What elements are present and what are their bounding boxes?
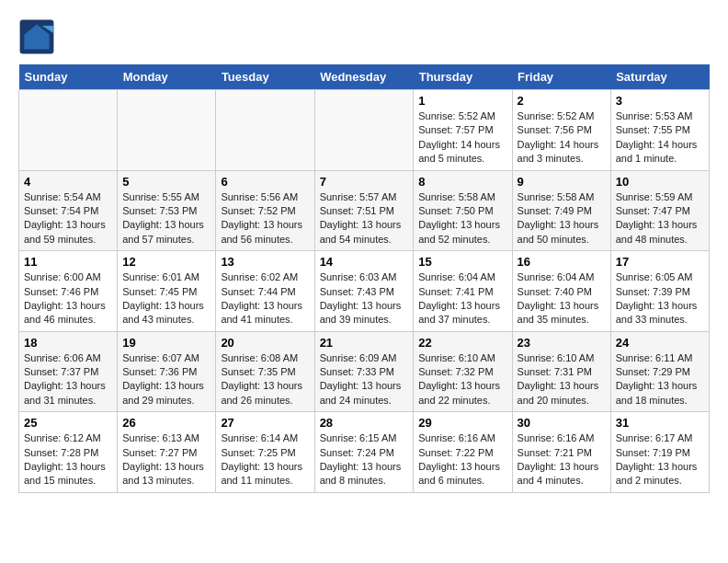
calendar-cell: 22Sunrise: 6:10 AMSunset: 7:32 PMDayligh… [414,331,512,412]
calendar-cell: 28Sunrise: 6:15 AMSunset: 7:24 PMDayligh… [314,412,414,493]
calendar-cell [19,90,118,171]
calendar-cell: 25Sunrise: 6:12 AMSunset: 7:28 PMDayligh… [19,412,118,493]
day-info: Sunrise: 5:59 AMSunset: 7:47 PMDaylight:… [616,190,704,247]
day-header-thursday: Thursday [414,64,512,90]
calendar-cell: 18Sunrise: 6:06 AMSunset: 7:37 PMDayligh… [19,331,118,412]
day-number: 10 [616,175,704,189]
day-number: 9 [518,175,606,189]
day-info: Sunrise: 6:06 AMSunset: 7:37 PMDaylight:… [24,351,112,408]
day-header-monday: Monday [118,64,216,90]
day-number: 17 [616,255,704,269]
day-header-wednesday: Wednesday [314,64,414,90]
calendar-cell: 19Sunrise: 6:07 AMSunset: 7:36 PMDayligh… [118,331,216,412]
calendar-cell: 24Sunrise: 6:11 AMSunset: 7:29 PMDayligh… [610,331,709,412]
calendar-cell [118,90,216,171]
day-info: Sunrise: 6:16 AMSunset: 7:21 PMDaylight:… [518,431,606,488]
calendar-week-row: 11Sunrise: 6:00 AMSunset: 7:46 PMDayligh… [19,251,710,332]
day-number: 27 [221,416,309,430]
day-header-saturday: Saturday [610,64,709,90]
day-header-tuesday: Tuesday [216,64,314,90]
calendar-cell: 4Sunrise: 5:54 AMSunset: 7:54 PMDaylight… [19,170,118,251]
calendar-cell: 10Sunrise: 5:59 AMSunset: 7:47 PMDayligh… [610,170,709,251]
day-number: 21 [320,336,409,350]
calendar-cell: 21Sunrise: 6:09 AMSunset: 7:33 PMDayligh… [314,331,414,412]
day-number: 3 [616,94,704,108]
calendar-cell: 16Sunrise: 6:04 AMSunset: 7:40 PMDayligh… [512,251,610,332]
day-info: Sunrise: 6:03 AMSunset: 7:43 PMDaylight:… [320,270,409,327]
day-info: Sunrise: 6:12 AMSunset: 7:28 PMDaylight:… [24,431,112,488]
calendar-cell: 23Sunrise: 6:10 AMSunset: 7:31 PMDayligh… [512,331,610,412]
day-number: 24 [616,336,704,350]
day-info: Sunrise: 5:53 AMSunset: 7:55 PMDaylight:… [616,109,704,167]
calendar-week-row: 4Sunrise: 5:54 AMSunset: 7:54 PMDaylight… [19,170,710,251]
day-info: Sunrise: 5:58 AMSunset: 7:49 PMDaylight:… [518,190,606,247]
day-info: Sunrise: 6:05 AMSunset: 7:39 PMDaylight:… [616,270,704,327]
calendar-cell [216,90,314,171]
day-number: 25 [24,416,112,430]
calendar-cell: 26Sunrise: 6:13 AMSunset: 7:27 PMDayligh… [118,412,216,493]
day-number: 19 [122,336,210,350]
day-number: 15 [418,255,506,269]
calendar-week-row: 1Sunrise: 5:52 AMSunset: 7:57 PMDaylight… [19,90,710,171]
calendar-cell: 14Sunrise: 6:03 AMSunset: 7:43 PMDayligh… [314,251,414,332]
day-number: 12 [122,255,210,269]
day-number: 23 [518,336,606,350]
day-number: 20 [221,336,309,350]
day-info: Sunrise: 6:14 AMSunset: 7:25 PMDaylight:… [221,431,309,488]
day-info: Sunrise: 6:11 AMSunset: 7:29 PMDaylight:… [616,351,704,408]
calendar-cell [314,90,414,171]
calendar-cell: 30Sunrise: 6:16 AMSunset: 7:21 PMDayligh… [512,412,610,493]
day-number: 6 [221,175,309,189]
calendar-cell: 2Sunrise: 5:52 AMSunset: 7:56 PMDaylight… [512,90,610,171]
day-info: Sunrise: 6:01 AMSunset: 7:45 PMDaylight:… [122,270,210,327]
day-info: Sunrise: 6:10 AMSunset: 7:32 PMDaylight:… [418,351,506,408]
calendar-cell: 17Sunrise: 6:05 AMSunset: 7:39 PMDayligh… [610,251,709,332]
logo [18,18,59,55]
calendar-cell: 31Sunrise: 6:17 AMSunset: 7:19 PMDayligh… [610,412,709,493]
day-number: 14 [320,255,409,269]
day-info: Sunrise: 6:07 AMSunset: 7:36 PMDaylight:… [122,351,210,408]
calendar-cell: 12Sunrise: 6:01 AMSunset: 7:45 PMDayligh… [118,251,216,332]
calendar-cell: 27Sunrise: 6:14 AMSunset: 7:25 PMDayligh… [216,412,314,493]
day-info: Sunrise: 6:04 AMSunset: 7:40 PMDaylight:… [518,270,606,327]
calendar-cell: 9Sunrise: 5:58 AMSunset: 7:49 PMDaylight… [512,170,610,251]
day-number: 1 [418,94,506,108]
day-number: 31 [616,416,704,430]
calendar-cell: 20Sunrise: 6:08 AMSunset: 7:35 PMDayligh… [216,331,314,412]
day-number: 30 [518,416,606,430]
calendar-header-row: SundayMondayTuesdayWednesdayThursdayFrid… [19,64,710,90]
day-info: Sunrise: 5:56 AMSunset: 7:52 PMDaylight:… [221,190,309,247]
day-number: 22 [418,336,506,350]
calendar-cell: 7Sunrise: 5:57 AMSunset: 7:51 PMDaylight… [314,170,414,251]
calendar-cell: 5Sunrise: 5:55 AMSunset: 7:53 PMDaylight… [118,170,216,251]
day-info: Sunrise: 5:54 AMSunset: 7:54 PMDaylight:… [24,190,112,247]
day-info: Sunrise: 5:52 AMSunset: 7:57 PMDaylight:… [418,109,506,167]
day-info: Sunrise: 6:00 AMSunset: 7:46 PMDaylight:… [24,270,112,327]
day-header-sunday: Sunday [19,64,118,90]
day-info: Sunrise: 6:15 AMSunset: 7:24 PMDaylight:… [320,431,409,488]
day-info: Sunrise: 5:55 AMSunset: 7:53 PMDaylight:… [122,190,210,247]
day-number: 29 [418,416,506,430]
calendar-cell: 11Sunrise: 6:00 AMSunset: 7:46 PMDayligh… [19,251,118,332]
day-number: 8 [418,175,506,189]
calendar-table: SundayMondayTuesdayWednesdayThursdayFrid… [18,64,710,493]
day-info: Sunrise: 6:13 AMSunset: 7:27 PMDaylight:… [122,431,210,488]
day-info: Sunrise: 6:16 AMSunset: 7:22 PMDaylight:… [418,431,506,488]
day-header-friday: Friday [512,64,610,90]
calendar-week-row: 25Sunrise: 6:12 AMSunset: 7:28 PMDayligh… [19,412,710,493]
page-header [18,18,710,55]
day-number: 5 [122,175,210,189]
day-number: 16 [518,255,606,269]
calendar-cell: 29Sunrise: 6:16 AMSunset: 7:22 PMDayligh… [414,412,512,493]
day-number: 26 [122,416,210,430]
calendar-cell: 3Sunrise: 5:53 AMSunset: 7:55 PMDaylight… [610,90,709,171]
day-info: Sunrise: 6:09 AMSunset: 7:33 PMDaylight:… [320,351,409,408]
day-number: 4 [24,175,112,189]
calendar-cell: 1Sunrise: 5:52 AMSunset: 7:57 PMDaylight… [414,90,512,171]
day-number: 18 [24,336,112,350]
calendar-week-row: 18Sunrise: 6:06 AMSunset: 7:37 PMDayligh… [19,331,710,412]
day-info: Sunrise: 6:08 AMSunset: 7:35 PMDaylight:… [221,351,309,408]
day-info: Sunrise: 6:17 AMSunset: 7:19 PMDaylight:… [616,431,704,488]
day-info: Sunrise: 6:10 AMSunset: 7:31 PMDaylight:… [518,351,606,408]
day-number: 7 [320,175,409,189]
